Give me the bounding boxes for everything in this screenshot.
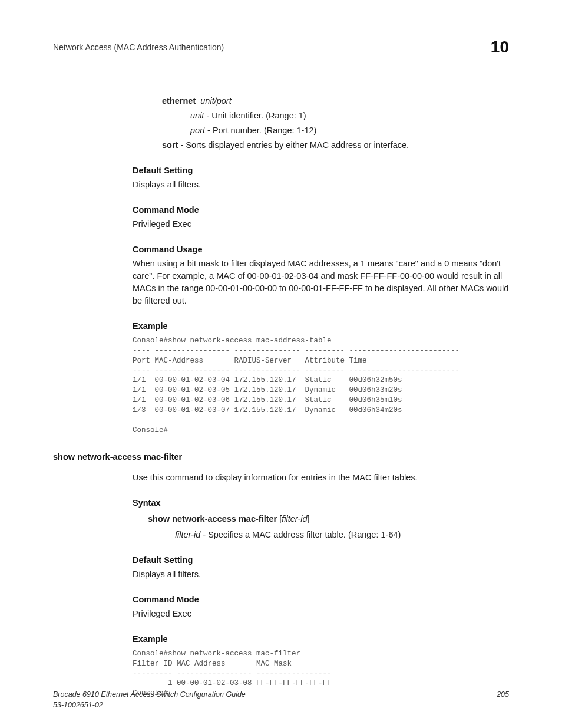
footer-guide-title: Brocade 6910 Ethernet Access Switch Conf…: [53, 689, 246, 700]
example1-console: Console#show network-access mac-address-…: [133, 336, 509, 436]
filter-id-label: filter-id: [175, 530, 200, 539]
command-mode-text: Privileged Exec: [133, 218, 509, 230]
syntax-arg: filter-id: [282, 514, 307, 523]
command2-intro: Use this command to display information …: [133, 472, 509, 484]
footer-left: Brocade 6910 Ethernet Access Switch Conf…: [53, 689, 246, 710]
command-usage-heading: Command Usage: [133, 243, 509, 256]
unit-desc: - Unit identifier. (Range: 1): [204, 111, 306, 120]
default-setting-heading: Default Setting: [133, 164, 509, 177]
param-unit: unit - Unit identifier. (Range: 1): [190, 110, 509, 122]
page-footer: Brocade 6910 Ethernet Access Switch Conf…: [53, 689, 509, 710]
command2-title: show network-access mac-filter: [53, 451, 509, 463]
param-port: port - Port number. (Range: 1-12): [190, 124, 509, 137]
command-usage-text: When using a bit mask to filter displaye…: [133, 258, 509, 307]
default-setting2-text: Displays all filters.: [133, 568, 509, 581]
syntax-line: show network-access mac-filter [filter-i…: [148, 513, 509, 525]
port-desc: - Port number. (Range: 1-12): [205, 126, 316, 135]
filter-id-desc: - Specifies a MAC address filter table. …: [200, 530, 401, 539]
main-content: ethernet unit/port unit - Unit identifie…: [133, 95, 509, 699]
unit-label: unit: [190, 111, 204, 120]
example2-heading: Example: [133, 633, 509, 645]
ethernet-arg: unit/port: [200, 96, 231, 106]
example1-heading: Example: [133, 320, 509, 332]
sort-label: sort: [162, 140, 178, 150]
page-header: Network Access (MAC Address Authenticati…: [53, 35, 509, 60]
sort-desc: - Sorts displayed entries by either MAC …: [178, 140, 409, 150]
command-mode2-text: Privileged Exec: [133, 608, 509, 620]
command-mode-heading: Command Mode: [133, 204, 509, 216]
footer-doc-number: 53-1002651-02: [53, 700, 246, 710]
ethernet-label: ethernet: [162, 96, 196, 106]
command-mode2-heading: Command Mode: [133, 594, 509, 606]
syntax-heading: Syntax: [133, 497, 509, 509]
default-setting-text: Displays all filters.: [133, 179, 509, 191]
default-setting2-heading: Default Setting: [133, 554, 509, 566]
header-chapter-number: 10: [491, 35, 509, 60]
filter-id-desc-line: filter-id - Specifies a MAC address filt…: [175, 529, 509, 541]
param-ethernet: ethernet unit/port: [162, 95, 509, 107]
footer-page-number: 205: [497, 689, 509, 710]
syntax-cmd: show network-access mac-filter: [148, 514, 277, 523]
header-section-title: Network Access (MAC Address Authenticati…: [53, 41, 224, 53]
param-sort: sort - Sorts displayed entries by either…: [162, 139, 509, 151]
port-label: port: [190, 126, 205, 135]
